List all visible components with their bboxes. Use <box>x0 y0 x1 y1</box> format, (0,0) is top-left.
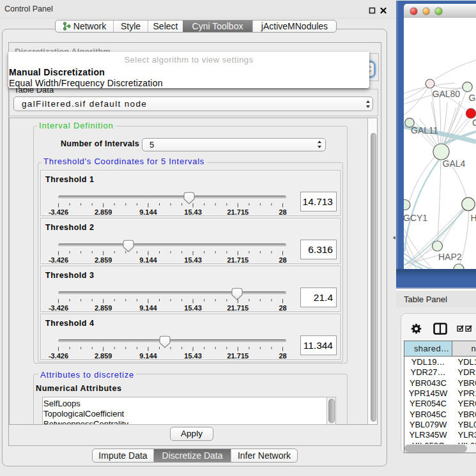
svg-text:GAL80: GAL80 <box>433 89 461 99</box>
svg-text:GA: GA <box>469 93 476 103</box>
svg-text:GCY1: GCY1 <box>404 213 427 223</box>
svg-text:C: C <box>472 118 476 128</box>
svg-text:GAL11: GAL11 <box>411 125 438 135</box>
svg-text:HAP2: HAP2 <box>438 252 462 262</box>
svg-text:HI: HI <box>471 213 476 223</box>
svg-text:GAL4: GAL4 <box>443 158 466 169</box>
